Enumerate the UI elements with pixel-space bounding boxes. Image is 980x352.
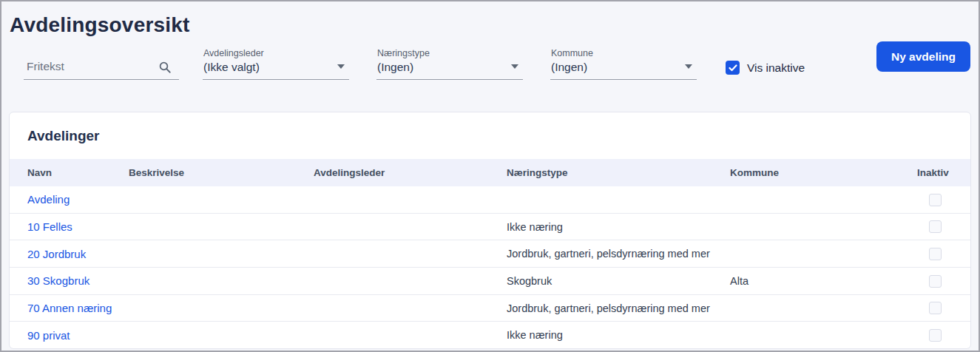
department-link[interactable]: 20 Jordbruk — [27, 248, 86, 260]
new-department-button[interactable]: Ny avdeling — [876, 41, 970, 72]
table-row: 20 Jordbruk Jordbruk, gartneri, pelsdyrn… — [10, 240, 970, 268]
cell-beskrivelse — [129, 294, 314, 322]
cell-kommune — [730, 240, 917, 268]
column-header-avdelingsleder: Avdelingsleder — [314, 159, 507, 186]
cell-avdelingsleder — [314, 240, 507, 268]
cell-naeringstype: Ikke næring — [507, 322, 730, 348]
column-header-inaktiv: Inaktiv — [917, 159, 970, 186]
cell-beskrivelse — [129, 213, 314, 240]
table-row: 10 Felles Ikke næring — [10, 213, 970, 240]
cell-naeringstype: Ikke næring — [507, 213, 730, 240]
table-row: 70 Annen næring Jordbruk, gartneri, pels… — [10, 294, 970, 322]
cell-beskrivelse — [129, 240, 314, 268]
column-header-beskrivelse: Beskrivelse — [129, 159, 314, 186]
inaktiv-checkbox[interactable] — [929, 302, 942, 314]
cell-kommune — [730, 213, 917, 240]
department-link[interactable]: 70 Annen næring — [27, 302, 112, 314]
cell-naeringstype — [507, 186, 730, 213]
naeringstype-select-value: (Ingen) — [377, 61, 413, 74]
table-header-row: Navn Beskrivelse Avdelingsleder Næringst… — [10, 159, 970, 186]
kommune-select[interactable]: Kommune (Ingen) — [550, 48, 697, 80]
checkmark-icon — [729, 64, 737, 72]
vis-inaktive-checkbox[interactable] — [726, 61, 740, 75]
chevron-down-icon — [511, 64, 518, 69]
cell-beskrivelse — [129, 322, 314, 348]
inaktiv-checkbox[interactable] — [929, 194, 942, 206]
cell-avdelingsleder — [314, 186, 507, 213]
naeringstype-select-label: Næringstype — [376, 48, 523, 58]
cell-naeringstype: Jordbruk, gartneri, pelsdyrnæring med me… — [507, 240, 730, 268]
search-icon — [158, 61, 172, 74]
chevron-down-icon — [337, 64, 345, 69]
inaktiv-checkbox[interactable] — [929, 248, 942, 260]
department-link[interactable]: Avdeling — [27, 193, 70, 206]
table-row: 90 privat Ikke næring — [10, 322, 970, 348]
cell-naeringstype: Jordbruk, gartneri, pelsdyrnæring med me… — [507, 294, 730, 322]
department-link[interactable]: 90 privat — [27, 329, 70, 342]
inaktiv-checkbox[interactable] — [929, 329, 942, 342]
department-link[interactable]: 10 Felles — [27, 220, 72, 233]
vis-inaktive-group: Vis inaktive — [726, 61, 805, 75]
cell-avdelingsleder — [314, 268, 507, 295]
department-link[interactable]: 30 Skogbruk — [27, 274, 89, 287]
inaktiv-checkbox[interactable] — [929, 275, 942, 288]
column-header-kommune: Kommune — [730, 159, 917, 186]
avdelingsleder-select[interactable]: Avdelingsleder (Ikke valgt) — [203, 48, 349, 80]
table-row: 30 Skogbruk Skogbruk Alta — [10, 268, 970, 295]
cell-avdelingsleder — [314, 322, 507, 348]
avdelingsleder-select-value: (Ikke valgt) — [203, 61, 260, 74]
departments-card: Avdelinger Navn Beskrivelse Avdelingsled… — [9, 112, 971, 349]
kommune-select-control[interactable]: (Ingen) — [550, 61, 697, 80]
column-header-navn: Navn — [10, 159, 129, 186]
column-header-naeringstype: Næringstype — [507, 159, 730, 186]
vis-inaktive-label: Vis inaktive — [747, 61, 805, 75]
cell-kommune — [730, 322, 917, 348]
cell-kommune: Alta — [730, 268, 917, 295]
chevron-down-icon — [685, 64, 692, 69]
cell-avdelingsleder — [314, 294, 507, 322]
cell-kommune — [730, 294, 917, 322]
cell-avdelingsleder — [314, 213, 507, 240]
inaktiv-checkbox[interactable] — [929, 220, 942, 233]
cell-beskrivelse — [129, 186, 314, 213]
naeringstype-select-control[interactable]: (Ingen) — [376, 61, 523, 80]
cell-beskrivelse — [129, 268, 314, 295]
kommune-select-label: Kommune — [550, 48, 697, 58]
kommune-select-value: (Ingen) — [551, 61, 587, 74]
filter-bar: Avdelingsleder (Ikke valgt) Næringstype … — [1, 47, 979, 80]
cell-naeringstype: Skogbruk — [507, 268, 730, 295]
fritekst-input[interactable] — [24, 57, 179, 79]
page-title: Avdelingsoversikt — [10, 13, 979, 37]
avdelingsleder-select-label: Avdelingsleder — [203, 48, 349, 58]
table-row: Avdeling — [10, 186, 970, 213]
avdelingsleder-select-control[interactable]: (Ikke valgt) — [203, 61, 349, 80]
card-title: Avdelinger — [10, 112, 970, 159]
fritekst-search-field — [24, 57, 179, 80]
naeringstype-select[interactable]: Næringstype (Ingen) — [376, 48, 523, 80]
departments-table: Navn Beskrivelse Avdelingsleder Næringst… — [10, 159, 970, 348]
cell-kommune — [730, 186, 917, 213]
